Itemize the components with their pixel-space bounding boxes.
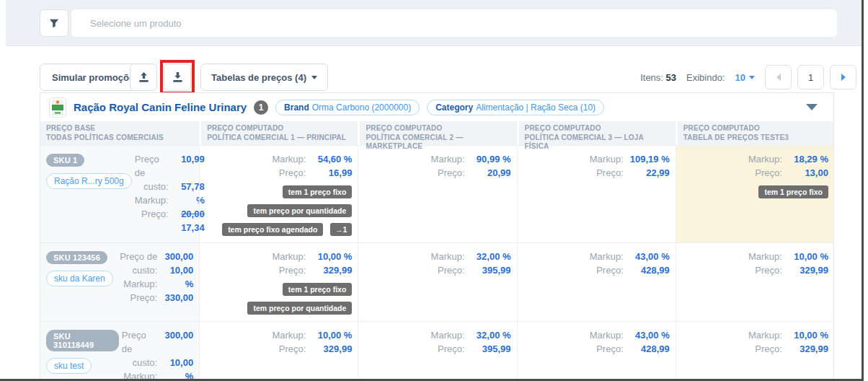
sku-name-link[interactable]: sku da Karen — [46, 271, 113, 286]
price-label: Preço: — [755, 166, 782, 180]
markup-label: Markup: — [431, 250, 465, 263]
price-label: Preço: — [438, 166, 465, 180]
scheduled-count-value: 1 — [343, 225, 347, 234]
policy-cell: Markup:10,00 % Preço:329,99 tem 1 preço … — [199, 243, 358, 321]
markup-value: 10,00 % — [310, 250, 352, 263]
category-pill: CategoryAlimentação | Ração Seca (10) — [427, 100, 604, 115]
filter-bar — [6, 0, 862, 46]
column-header-line2: TODAS POLÍTICAS COMERCIAIS — [46, 133, 193, 143]
sku-name-link[interactable]: Ração R...ry 500g — [46, 173, 132, 189]
pricing-page: Simular promoções Tabelas de preços (4) … — [0, 0, 868, 381]
price-label: Preço: — [755, 263, 782, 277]
table-row: SKU 310118449 sku test Preço de300,00 cu… — [40, 321, 833, 381]
column-header-line1: PREÇO COMPUTADO — [525, 124, 670, 133]
price-label: Preço: — [596, 166, 624, 180]
sku-name-link[interactable]: sku test — [46, 358, 92, 374]
filter-button[interactable] — [40, 9, 68, 37]
cost-price-value: 300,00 — [161, 250, 193, 263]
column-header-line2: TABELA DE PREÇOS TESTE3 — [683, 133, 828, 143]
price-label: Preço: — [279, 166, 306, 180]
price-label: Preço: — [438, 263, 465, 277]
page-number-button[interactable]: 1 — [797, 65, 824, 89]
page-size-dropdown[interactable]: 10 — [735, 72, 755, 83]
sku-badge: SKU 310118449 — [46, 330, 119, 351]
price-value: 20,99 — [469, 166, 511, 180]
collapse-product-button triangle-down-icon[interactable] — [806, 104, 818, 110]
product-search-input[interactable] — [71, 9, 837, 37]
markup-value: 10,00 % — [787, 328, 828, 342]
column-header-line1: PREÇO BASE — [46, 124, 193, 133]
cost-label: custo: — [143, 180, 169, 193]
base-price-cell: SKU 123456 sku da Karen Preço de300,00 c… — [40, 243, 199, 321]
price-value: 428,99 — [628, 263, 670, 277]
markup-value: 43,00 % — [628, 250, 670, 263]
policy-cell: Markup:90,99 % Preço:20,99 — [358, 146, 516, 242]
markup-value: 90,99 % — [469, 152, 511, 166]
column-header-policy2: PREÇO COMPUTADO POLÍTICA COMERCIAL 2 — M… — [358, 121, 516, 145]
policy-cell-highlighted: Markup:18,29 % Preço:13,00 tem 1 preço f… — [676, 146, 834, 242]
variant-count-badge: 1 — [254, 100, 268, 115]
page-next-button[interactable] — [830, 65, 856, 89]
chevron-right-icon — [841, 74, 846, 81]
page-prev-button[interactable] — [765, 65, 792, 89]
product-title: Ração Royal Canin Feline Urinary — [74, 101, 247, 113]
cost-label: custo: — [133, 356, 158, 369]
markup-value: % — [161, 277, 193, 291]
table-row: SKU 123456 sku da Karen Preço de300,00 c… — [40, 242, 833, 321]
markup-value: 109,19 % — [628, 152, 670, 166]
pagination-area: Itens: 53 Exibindo: 10 1 — [640, 64, 856, 91]
cost-value: 10,00 — [161, 263, 193, 277]
price-value: 329,99 — [310, 263, 352, 277]
download-button[interactable] — [164, 64, 191, 91]
markup-value: 10,00 % — [310, 328, 352, 342]
table-header-row: PREÇO BASE TODAS POLÍTICAS COMERCIAIS PR… — [40, 121, 833, 145]
markup-value: 43,00 % — [628, 328, 670, 342]
markup-label: Markup: — [272, 152, 306, 166]
price-value: 13,00 — [787, 166, 828, 180]
tray-arrow-down-icon — [172, 71, 184, 84]
items-count: Itens: 53 — [640, 72, 676, 83]
markup-label: Markup: — [748, 152, 782, 166]
price-value: 329,99 — [310, 342, 352, 356]
product-header: Ração Royal Canin Feline Urinary 1 Brand… — [40, 93, 833, 121]
caret-down-icon — [311, 76, 317, 79]
category-label: Category — [435, 102, 473, 113]
quantity-price-badge: tem preço por quantidade — [247, 204, 352, 217]
price-label: Preço: — [141, 207, 169, 221]
price-tables-dropdown[interactable]: Tabelas de preços (4) — [200, 64, 328, 91]
table-row: SKU 1 Ração R...ry 500g Preço de10,99 cu… — [40, 145, 833, 242]
policy-cell: Markup:10,00 % Preço:329,99 — [676, 322, 834, 381]
chevron-left-icon — [776, 74, 781, 81]
cost-price-label: Preço de — [135, 152, 169, 180]
items-value: 53 — [666, 72, 676, 83]
price-label: Preço: — [596, 342, 624, 356]
cost-label: custo: — [133, 263, 158, 277]
sku-badge: SKU 123456 — [46, 251, 107, 264]
column-header-line2: POLÍTICA COMERCIAL 1 — PRINCIPAL — [207, 133, 352, 143]
product-card: Ração Royal Canin Feline Urinary 1 Brand… — [40, 92, 834, 381]
markup-label: Markup: — [431, 328, 465, 342]
policy-cell: Markup:54,60 % Preço:16,99 tem 1 preço f… — [199, 146, 358, 242]
price-label: Preço: — [130, 291, 158, 305]
policy-cell: Markup:43,00 % Preço:428,99 — [517, 243, 676, 321]
markup-label: Markup: — [272, 328, 306, 342]
markup-label: Markup: — [748, 328, 782, 342]
price-tables-label: Tabelas de preços (4) — [211, 72, 306, 83]
markup-label: Markup: — [135, 193, 169, 207]
upload-button[interactable] — [130, 64, 157, 91]
base-price-cell: SKU 310118449 sku test Preço de300,00 cu… — [40, 322, 199, 381]
price-value: 395,99 — [469, 263, 511, 277]
policy-cell: Markup:10,00 % Preço:329,99 — [676, 243, 834, 321]
column-header-line1: PREÇO COMPUTADO — [683, 124, 828, 133]
scheduled-count-badge[interactable]: →1 — [330, 223, 352, 236]
price-value: 329,99 — [787, 263, 828, 277]
scheduled-fixed-price-badge: tem preço fixo agendado — [222, 223, 323, 236]
funnel-icon — [49, 18, 59, 28]
window-right-edge — [862, 0, 864, 381]
price-value: 329,99 — [787, 342, 828, 356]
price-value: 428,99 — [628, 342, 670, 356]
column-header-line1: PREÇO COMPUTADO — [207, 124, 352, 133]
policy-cell: Markup:32,00 % Preço:395,99 — [358, 322, 516, 381]
quantity-price-badge: tem preço por quantidade — [247, 302, 352, 315]
column-header-base: PREÇO BASE TODAS POLÍTICAS COMERCIAIS — [40, 121, 199, 145]
